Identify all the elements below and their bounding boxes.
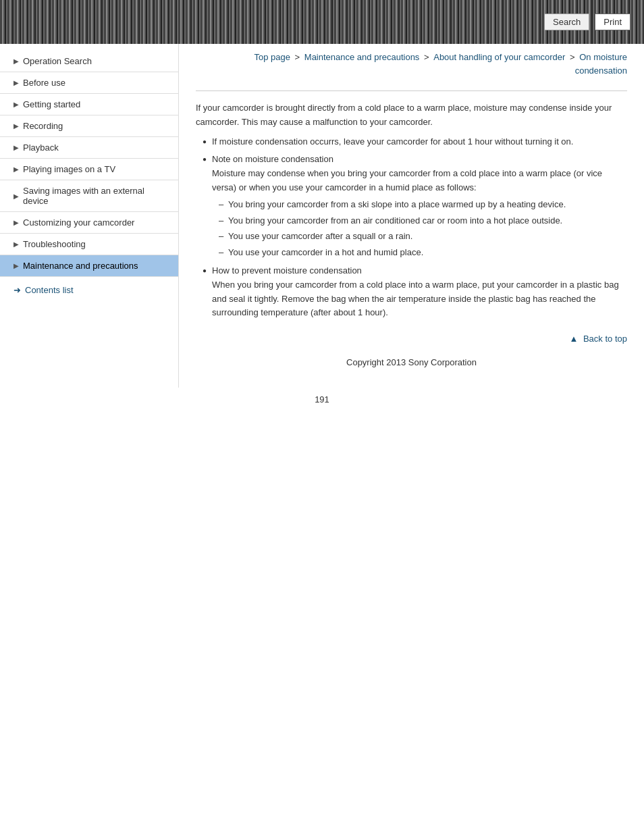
sidebar-item-label: Operation Search [23, 56, 92, 66]
footer: Copyright 2013 Sony Corporation [196, 344, 627, 374]
breadcrumb: Top page > Maintenance and precautions >… [196, 51, 627, 77]
chevron-right-icon: ▶ [14, 219, 19, 226]
page-number-text: 191 [315, 394, 329, 405]
sidebar-item-saving-images[interactable]: ▶ Saving images with an external device [0, 180, 178, 212]
sub-list-item-text: You bring your camcorder from a ski slop… [228, 199, 566, 209]
chevron-right-icon: ▶ [14, 79, 19, 86]
sidebar-item-label: Recording [23, 121, 63, 131]
intro-paragraph: If your camcorder is brought directly fr… [196, 101, 627, 130]
chevron-right-icon: ▶ [14, 262, 19, 269]
sidebar-item-operation-search[interactable]: ▶ Operation Search [0, 51, 178, 72]
chevron-right-icon: ▶ [14, 240, 19, 248]
print-button[interactable]: Print [595, 14, 630, 30]
sidebar-item-label: Maintenance and precautions [23, 261, 138, 271]
back-to-top[interactable]: ▲ Back to top [196, 334, 627, 344]
back-to-top-label: Back to top [583, 334, 627, 344]
sidebar-item-before-use[interactable]: ▶ Before use [0, 72, 178, 94]
breadcrumb-current: On moisturecondensation [575, 52, 627, 76]
sidebar-item-label: Before use [23, 78, 65, 88]
sidebar-item-label: Playback [23, 142, 59, 153]
sidebar-item-label: Playing images on a TV [23, 164, 115, 174]
sub-list: You bring your camcorder from a ski slop… [219, 198, 627, 260]
breadcrumb-about-handling[interactable]: About handling of your camcorder [433, 52, 565, 62]
breadcrumb-separator: > [295, 52, 302, 62]
sidebar-item-recording[interactable]: ▶ Recording [0, 115, 178, 137]
triangle-up-icon: ▲ [569, 334, 578, 344]
header-bar: Search Print [0, 0, 644, 44]
list-item-text: Note on moisture condensation [212, 154, 333, 164]
sub-list-item: You use your camcorder after a squall or… [219, 230, 627, 244]
sub-list-item-text: You use your camcorder after a squall or… [228, 231, 412, 241]
list-item-text: If moisture condensation occurrs, leave … [212, 136, 573, 147]
arrow-right-icon: ➜ [14, 285, 21, 295]
sidebar-item-maintenance[interactable]: ▶ Maintenance and precautions [0, 255, 178, 277]
sub-list-item-text: You use your camcorder in a hot and humi… [228, 247, 423, 257]
contents-list-link[interactable]: ➜ Contents list [0, 277, 178, 303]
content-area: Top page > Maintenance and precautions >… [179, 44, 644, 388]
sidebar: ▶ Operation Search ▶ Before use ▶ Gettin… [0, 44, 179, 388]
sub-list-item-text: You bring your camcorder from an air con… [228, 215, 562, 226]
breadcrumb-top-page[interactable]: Top page [254, 52, 290, 62]
list-item-text: How to prevent moisture condensation [212, 265, 362, 276]
sidebar-item-label: Troubleshooting [23, 239, 86, 249]
chevron-right-icon: ▶ [14, 101, 19, 108]
chevron-right-icon: ▶ [14, 192, 19, 200]
contents-list-label: Contents list [25, 285, 74, 295]
chevron-right-icon: ▶ [14, 144, 19, 151]
list-item-sub-intro: When you bring your camcorder from a col… [212, 280, 619, 318]
sidebar-item-label: Getting started [23, 99, 80, 109]
sidebar-item-label: Customizing your camcorder [23, 217, 134, 228]
sub-list-item: You bring your camcorder from a ski slop… [219, 198, 627, 212]
list-item: How to prevent moisture condensation Whe… [203, 264, 627, 320]
chevron-right-icon: ▶ [14, 57, 19, 65]
breadcrumb-separator: > [424, 52, 431, 62]
list-item: If moisture condensation occurrs, leave … [203, 135, 627, 149]
sidebar-item-playing-images[interactable]: ▶ Playing images on a TV [0, 159, 178, 180]
sidebar-item-playback[interactable]: ▶ Playback [0, 137, 178, 159]
search-button[interactable]: Search [544, 14, 589, 30]
back-to-top-link[interactable]: ▲ Back to top [569, 334, 627, 344]
sidebar-item-getting-started[interactable]: ▶ Getting started [0, 94, 178, 115]
copyright-text: Copyright 2013 Sony Corporation [346, 357, 477, 367]
breadcrumb-maintenance[interactable]: Maintenance and precautions [304, 52, 420, 62]
chevron-right-icon: ▶ [14, 122, 19, 130]
breadcrumb-separator: > [570, 52, 577, 62]
sub-list-item: You bring your camcorder from an air con… [219, 214, 627, 228]
sidebar-item-customizing[interactable]: ▶ Customizing your camcorder [0, 212, 178, 234]
content-divider [196, 90, 627, 91]
list-item: Note on moisture condensation Moisture m… [203, 153, 627, 260]
sidebar-item-troubleshooting[interactable]: ▶ Troubleshooting [0, 234, 178, 255]
main-layout: ▶ Operation Search ▶ Before use ▶ Gettin… [0, 44, 644, 388]
chevron-right-icon: ▶ [14, 165, 19, 173]
list-item-sub-intro: Moisture may condense when you bring you… [212, 168, 602, 192]
page-number: 191 [0, 388, 644, 411]
bullet-list: If moisture condensation occurrs, leave … [203, 135, 627, 321]
sub-list-item: You use your camcorder in a hot and humi… [219, 246, 627, 260]
sidebar-item-label: Saving images with an external device [23, 186, 170, 206]
content-body: If your camcorder is brought directly fr… [196, 101, 627, 320]
